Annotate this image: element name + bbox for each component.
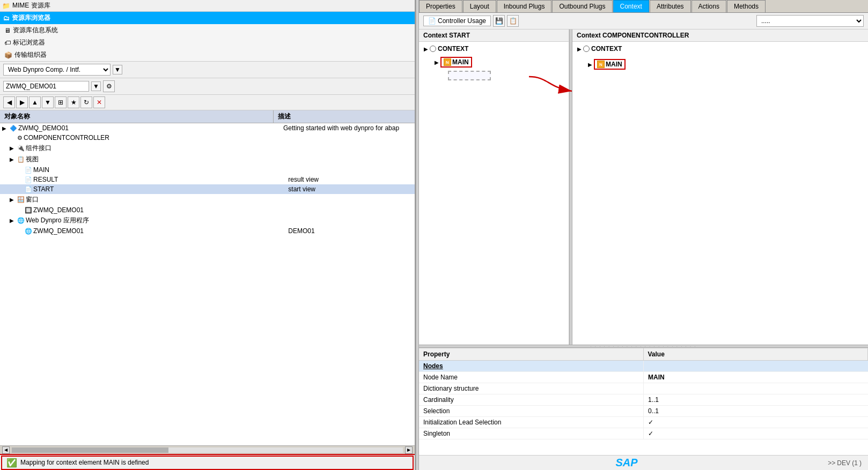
props-row-init[interactable]: Initialization Lead Selection ✓ xyxy=(419,417,868,428)
prop-sel-value: 0..1 xyxy=(644,406,868,416)
tree-row[interactable]: ▶ 🪟 窗口 xyxy=(0,194,415,205)
tree-item-label: MAIN xyxy=(32,166,286,174)
object-settings-btn[interactable]: ⚙ xyxy=(103,80,115,92)
resource-info-label: 资源库信息系统 xyxy=(13,26,58,35)
object-input[interactable] xyxy=(3,81,89,92)
window-icon: 🪟 xyxy=(17,196,25,203)
main-node-red-box: N MAIN xyxy=(440,57,472,68)
tree-item-label: ZWMQ_DEMO01 xyxy=(32,206,286,214)
tree-table-header: 对象名称 描述 xyxy=(0,110,415,123)
resource-browser-label: 资源库浏览器 xyxy=(12,13,50,23)
node-yellow-icon: N xyxy=(444,58,451,66)
tree-content[interactable]: ▶ 🔷 ZWMQ_DEMO01 Getting started with web… xyxy=(0,123,415,445)
save-btn[interactable]: 💾 xyxy=(493,15,505,27)
context-dropdown[interactable]: ..... xyxy=(756,15,864,27)
context-start-main-row[interactable]: ▶ N MAIN xyxy=(432,56,567,69)
controller-usage-btn[interactable]: 📄 Controller Usage xyxy=(423,16,491,26)
scroll-right-btn[interactable]: ▶ xyxy=(405,446,413,454)
tree-item-label: 组件接口 xyxy=(25,144,284,153)
expand-icon[interactable] xyxy=(17,228,25,234)
props-row-selection[interactable]: Selection 0..1 xyxy=(419,406,868,417)
mapping-target-box xyxy=(448,71,567,82)
context-component-tree[interactable]: ▶ CONTEXT ▶ N MAIN xyxy=(572,42,868,345)
props-value-header: Value xyxy=(644,348,869,360)
expand-icon[interactable]: ▶ xyxy=(422,46,430,52)
context-comp-label: CONTEXT xyxy=(591,45,622,53)
expand-icon[interactable]: ▶ xyxy=(576,46,583,52)
expand-icon[interactable]: ▶ xyxy=(586,62,594,68)
tab-methods[interactable]: Methods xyxy=(727,0,766,12)
tab-actions[interactable]: Actions xyxy=(692,0,726,12)
prop-card-label: Cardinality xyxy=(419,394,644,405)
status-check-icon: ✅ xyxy=(6,458,17,468)
context-component-header: Context COMPONENTCONTROLLER xyxy=(572,29,868,42)
radio-icon xyxy=(583,46,590,52)
dropdown-chevron-btn[interactable]: ▼ xyxy=(113,65,122,74)
tree-row[interactable]: ▶ 🔌 组件接口 xyxy=(0,143,415,154)
transport-icon: 📦 xyxy=(4,51,12,59)
tree-row[interactable]: 📄 MAIN xyxy=(0,165,415,175)
nav-item-transport[interactable]: 📦 传输组织器 xyxy=(0,49,415,61)
prop-name-label: Node Name xyxy=(419,372,644,383)
tree-row[interactable]: ▶ 🔷 ZWMQ_DEMO01 Getting started with web… xyxy=(0,123,415,133)
expand-icon[interactable] xyxy=(17,186,25,192)
tree-row[interactable]: 🌐 ZWMQ_DEMO01 DEMO01 xyxy=(0,226,415,236)
context-comp-main-row[interactable]: ▶ N MAIN xyxy=(585,58,866,71)
expand-icon[interactable]: ▶ xyxy=(10,145,17,151)
tab-inbound-plugs[interactable]: Inbound Plugs xyxy=(497,0,552,12)
forward-btn[interactable]: ▶ xyxy=(16,96,28,108)
context-start-context-row[interactable]: ▶ CONTEXT xyxy=(421,44,567,54)
tree-row[interactable]: 🔲 ZWMQ_DEMO01 xyxy=(0,205,415,215)
up-btn[interactable]: ▲ xyxy=(29,96,41,108)
tree-row[interactable]: ▶ 📋 视图 xyxy=(0,154,415,165)
tree-item-label: RESULT xyxy=(32,176,286,183)
doc-icon: 📄 xyxy=(428,17,436,25)
node-comp-yellow-icon: N xyxy=(597,61,605,68)
props-row-dict[interactable]: Dictionary structure xyxy=(419,383,868,394)
expand-icon[interactable]: ▶ xyxy=(433,59,440,65)
properties-panel: Property Value Nodes Node Name MAIN Dict… xyxy=(419,348,868,455)
star-btn[interactable]: ★ xyxy=(68,96,79,108)
nav-item-resource-info[interactable]: 🖥 资源库信息系统 xyxy=(0,24,415,36)
tree-row[interactable]: 📄 RESULT result view xyxy=(0,175,415,184)
tree-item-label: Web Dynpro 应用程序 xyxy=(25,216,284,225)
expand-icon[interactable]: ▶ xyxy=(10,218,17,223)
mime-topbar: 📁 MIME 资源库 xyxy=(0,0,415,12)
context-comp-context-row[interactable]: ▶ CONTEXT xyxy=(575,44,866,54)
expand-icon[interactable]: ▶ xyxy=(10,156,17,162)
close-btn[interactable]: ✕ xyxy=(93,96,105,108)
tab-attributes[interactable]: Attributes xyxy=(650,0,691,12)
down-btn[interactable]: ▼ xyxy=(42,96,54,108)
props-row-singleton[interactable]: Singleton ✓ xyxy=(419,428,868,439)
type-dropdown[interactable]: Web Dynpro Comp. / Intf. xyxy=(3,64,111,76)
save-as-btn[interactable]: 📋 xyxy=(507,15,519,27)
dashed-box xyxy=(448,71,491,80)
refresh-btn[interactable]: ↻ xyxy=(80,96,92,108)
expand-icon[interactable] xyxy=(10,135,17,141)
tab-layout[interactable]: Layout xyxy=(463,0,496,12)
expand-icon[interactable] xyxy=(17,167,25,173)
tab-context[interactable]: Context xyxy=(613,0,649,12)
context-start-tree[interactable]: ▶ CONTEXT ▶ N MAIN xyxy=(419,42,569,345)
hierarchy-btn[interactable]: ⊞ xyxy=(55,96,67,108)
object-dropdown-btn[interactable]: ▼ xyxy=(91,81,101,91)
expand-icon[interactable]: ▶ xyxy=(2,125,10,131)
tab-properties[interactable]: Properties xyxy=(419,0,462,12)
tree-row-selected[interactable]: 📄 START start view xyxy=(0,184,415,194)
prop-card-value: 1..1 xyxy=(644,394,868,405)
back-btn[interactable]: ◀ xyxy=(3,96,15,108)
tree-row[interactable]: ▶ 🌐 Web Dynpro 应用程序 xyxy=(0,215,415,226)
tree-item-label: START xyxy=(32,185,286,193)
props-row-cardinality[interactable]: Cardinality 1..1 xyxy=(419,394,868,406)
expand-icon[interactable]: ▶ xyxy=(10,197,17,203)
tree-row[interactable]: ⚙ COMPONENTCONTROLLER xyxy=(0,133,415,143)
scroll-left-btn[interactable]: ◀ xyxy=(2,446,10,454)
expand-icon[interactable] xyxy=(17,207,25,213)
nav-item-tag-browser[interactable]: 🏷 标记浏览器 xyxy=(0,36,415,49)
expand-icon[interactable] xyxy=(17,177,25,183)
props-row-node-name[interactable]: Node Name MAIN xyxy=(419,372,868,383)
env-info: >> DEV (1 ) xyxy=(828,459,862,467)
props-table-header: Property Value xyxy=(419,348,868,361)
horizontal-scrollbar[interactable]: ◀ ▶ xyxy=(0,445,415,454)
tab-outbound-plugs[interactable]: Outbound Plugs xyxy=(552,0,612,12)
